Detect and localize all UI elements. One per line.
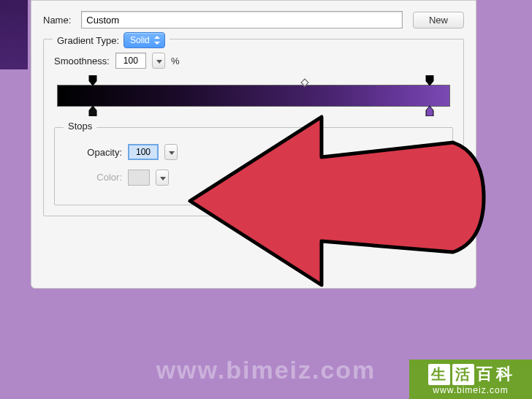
gradient-editor-dialog: Name: New Gradient Type: Solid Smoothnes…: [31, 0, 476, 289]
stops-legend: Stops: [64, 121, 96, 132]
badge-title: 生 活 百 科: [428, 363, 514, 385]
smoothness-row: Smoothness: %: [54, 53, 453, 69]
color-stepper[interactable]: [156, 170, 169, 186]
name-label: Name:: [43, 15, 71, 26]
color-swatch[interactable]: [128, 170, 150, 186]
color-stop-left[interactable]: [88, 106, 97, 116]
site-badge: 生 活 百 科 www.bimeiz.com: [409, 360, 532, 399]
opacity-row: Opacity:: [65, 144, 442, 160]
name-input[interactable]: [81, 11, 403, 28]
gradient-preview-bar[interactable]: [57, 85, 450, 107]
gradient-type-fieldset: Gradient Type: Solid Smoothness: %: [43, 39, 464, 216]
smoothness-label: Smoothness:: [54, 56, 110, 66]
location-label: Locati: [211, 172, 268, 183]
gradient-type-label: Gradient Type:: [57, 35, 119, 46]
gradient-type-dropdown[interactable]: Solid: [123, 32, 165, 48]
opacity-stop-left[interactable]: [88, 75, 97, 86]
smoothness-stepper[interactable]: [152, 53, 165, 69]
opacity-label: Opacity:: [65, 147, 122, 158]
badge-url: www.bimeiz.com: [433, 385, 508, 395]
color-row: Color: Locati Delete: [65, 169, 442, 186]
new-button[interactable]: New: [413, 12, 464, 28]
midpoint-marker[interactable]: [300, 78, 308, 86]
canvas-sidebar-strip: [0, 0, 28, 69]
stops-fieldset: Stops Opacity: Color: Locati Delete: [54, 127, 453, 205]
opacity-input[interactable]: [128, 144, 159, 160]
opacity-stop-right[interactable]: [425, 75, 434, 86]
gradient-type-label-wrap: Gradient Type: Solid: [53, 32, 170, 48]
name-row: Name: New: [43, 11, 464, 28]
smoothness-unit: %: [171, 56, 180, 66]
opacity-stepper[interactable]: [164, 144, 178, 160]
color-stop-right[interactable]: [425, 106, 434, 116]
smoothness-input[interactable]: [115, 53, 146, 69]
delete-button: Delete: [391, 169, 442, 186]
color-label: Color:: [65, 172, 122, 183]
gradient-type-selected: Solid: [130, 35, 150, 45]
